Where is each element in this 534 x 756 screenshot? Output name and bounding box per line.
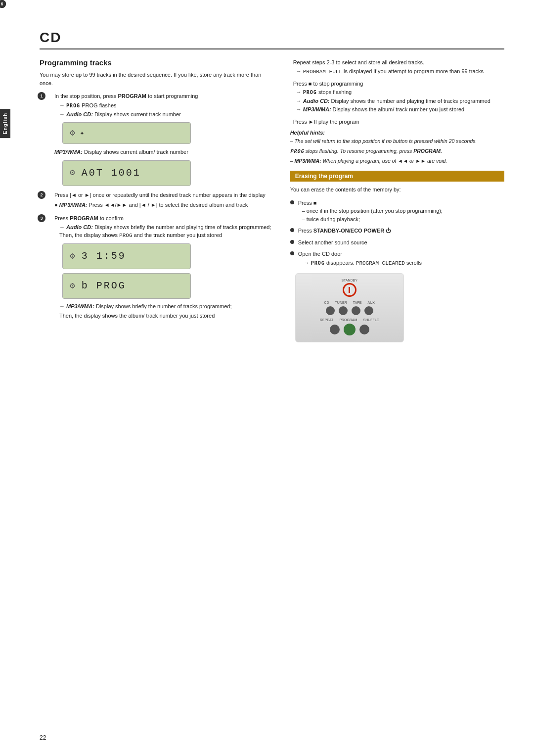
- step-6-num: 6: [0, 0, 6, 8]
- erase-intro: You can erase the contents of the memory…: [290, 186, 504, 194]
- step-1-content: In the stop position, press PROGRAM to s…: [54, 92, 275, 186]
- lcd-text-4: b PROG: [82, 279, 126, 293]
- source-labels: CD TUNER TAPE AUX: [324, 301, 374, 304]
- tape-btn[interactable]: [352, 306, 360, 315]
- repeat-label: REPEAT: [320, 318, 334, 322]
- lcd-text-2: A0T 1001: [82, 166, 141, 181]
- hint-2: PROG stops flashing. To resume programmi…: [290, 147, 504, 155]
- erase-arrow: PROG disappears. PROGRAM CLEARED scrolls: [304, 259, 422, 267]
- tuner-btn[interactable]: [339, 306, 348, 315]
- step-2: 2 Press |◄ or ►| once or repeatedly unti…: [40, 191, 275, 209]
- erase-bullet-3-text: Select another sound source: [298, 238, 367, 247]
- step-3-text: Press PROGRAM to confirm: [54, 215, 124, 221]
- two-column-layout: Programming tracks You may store up to 9…: [40, 58, 504, 342]
- step-6-text: Press ►II play the program: [293, 119, 359, 125]
- step-4-text: Repeat steps 2-3 to select and store all…: [293, 59, 424, 65]
- bullet-dot-2: [290, 228, 294, 232]
- bullet-dot-3: [290, 240, 294, 244]
- step-4: 4 Repeat steps 2-3 to select and store a…: [290, 58, 504, 76]
- aux-btn[interactable]: [364, 306, 373, 315]
- shuffle-label: SHUFFLE: [363, 318, 379, 322]
- step-1-text: In the stop position, press PROGRAM to s…: [54, 93, 198, 99]
- page-title: CD: [40, 30, 504, 49]
- step-1: 1 In the stop position, press PROGRAM to…: [40, 92, 275, 186]
- step-6: 6 Press ►II play the program: [290, 118, 504, 126]
- shuffle-btn[interactable]: [359, 325, 369, 334]
- step-3-content: Press PROGRAM to confirm Audio CD: Displ…: [54, 214, 275, 320]
- function-buttons-row: [330, 324, 369, 335]
- standby-button: [343, 283, 356, 297]
- step-3-num: 3: [38, 214, 45, 222]
- hint-1: – The set will return to the stop positi…: [290, 138, 504, 145]
- erase-bullet-2: Press STANDBY-ON/ECO POWER ⏻: [290, 227, 504, 235]
- erase-bullet-2-text: Press STANDBY-ON/ECO POWER ⏻: [298, 227, 392, 235]
- section-title: Programming tracks: [40, 58, 275, 67]
- step-1-num: 1: [38, 92, 45, 100]
- standby-label: STANDBY: [341, 279, 357, 282]
- lcd-display-2: ⚙ A0T 1001: [62, 160, 191, 186]
- repeat-btn[interactable]: [330, 325, 340, 334]
- cd-label: CD: [324, 301, 329, 304]
- erase-heading: Erasing the program: [290, 171, 504, 182]
- prog-label: PROG: [66, 103, 80, 108]
- program-btn[interactable]: [344, 324, 356, 335]
- tuner-label: TUNER: [335, 301, 347, 304]
- cd-btn[interactable]: [326, 306, 335, 315]
- step-3: 3 Press PROGRAM to confirm Audio CD: Dis…: [40, 214, 275, 320]
- erase-bullet-4: Open the CD door PROG disappears. PROGRA…: [290, 250, 504, 267]
- helpful-hints: Helpful hints: – The set will return to …: [290, 130, 504, 165]
- step-2-num: 2: [38, 191, 45, 199]
- page-number: 22: [40, 734, 46, 741]
- bullet-dot-1: [290, 200, 294, 204]
- erase-bullet-1: Press ■ – once if in the stop position (…: [290, 199, 504, 224]
- step-2-text: Press |◄ or ►| once or repeatedly until …: [54, 192, 266, 198]
- step-5-arrow-3: MP3/WMA: Display shows the album/ track …: [296, 106, 504, 113]
- step-3-arrow-2: MP3/WMA: Display shows briefly the numbe…: [59, 303, 275, 310]
- bullet-dot-4: [290, 251, 294, 255]
- function-labels: REPEAT PROGRAM SHUFFLE: [320, 318, 379, 322]
- source-buttons-row: [326, 306, 373, 315]
- erase-bullet-4-text: Open the CD door PROG disappears. PROGRA…: [298, 250, 422, 267]
- step-5-arrow-2: Audio CD: Display shows the number and p…: [296, 97, 504, 105]
- lcd-text-1: ✦: [80, 128, 85, 139]
- erase-sub-1b: – twice during playback;: [302, 216, 360, 222]
- aux-label: AUX: [367, 301, 374, 304]
- remote-illustration: STANDBY CD TUNER TAPE AUX REPEAT: [295, 273, 404, 342]
- right-column: 4 Repeat steps 2-3 to select and store a…: [290, 58, 504, 342]
- lcd-icon-3: ⚙: [70, 250, 77, 263]
- program-label: PROGRAM: [339, 318, 357, 322]
- step-5-arrow-1: PROG stops flashing: [296, 89, 504, 96]
- hints-title: Helpful hints:: [290, 130, 504, 136]
- tape-label: TAPE: [353, 301, 362, 304]
- step-3-arrow-1: Audio CD: Display shows briefly the numb…: [59, 224, 275, 239]
- lcd-display-4: ⚙ b PROG: [62, 273, 191, 299]
- step-1-arrow-1: PROG PROG flashes: [59, 102, 275, 109]
- standby-icon: [349, 287, 350, 293]
- erase-bullet-1-text: Press ■ – once if in the stop position (…: [298, 199, 443, 224]
- step-1-arrow-2: Audio CD: Display shows current track nu…: [59, 111, 275, 118]
- step-5: 5 Press ■ to stop programming PROG stops…: [290, 80, 504, 114]
- step-3-mp3-note: Then, the display shows the album/ track…: [59, 312, 275, 320]
- intro-text: You may store up to 99 tracks in the des…: [40, 71, 275, 87]
- step-2-content: Press |◄ or ►| once or repeatedly until …: [54, 191, 275, 209]
- lcd-icon-1: ⚙: [70, 127, 75, 140]
- step-1-mp3: MP3/WMA: Display shows current album/ tr…: [54, 148, 275, 156]
- lcd-text-3: 3 1:59: [82, 249, 126, 264]
- left-column: Programming tracks You may store up to 9…: [40, 58, 275, 342]
- step-4-arrow: PROGRAM FULL is displayed if you attempt…: [296, 68, 504, 76]
- step-5-text: Press ■ to stop programming: [293, 81, 363, 87]
- lcd-display-3: ⚙ 3 1:59: [62, 243, 191, 269]
- lcd-display-1: ⚙ ✦: [62, 122, 191, 144]
- step-2-mp3: ● MP3/WMA: Press ◄◄/►► and |◄ / ►| to se…: [54, 201, 275, 209]
- hint-3: – MP3/WMA: When playing a program, use o…: [290, 157, 504, 165]
- lcd-icon-4: ⚙: [70, 280, 77, 293]
- erase-sub-1a: – once if in the stop position (after yo…: [302, 208, 443, 214]
- language-tab: English: [0, 109, 10, 138]
- lcd-icon-2: ⚙: [70, 166, 77, 180]
- page: English CD Programming tracks You may st…: [0, 0, 534, 756]
- erase-bullet-3: Select another sound source: [290, 238, 504, 247]
